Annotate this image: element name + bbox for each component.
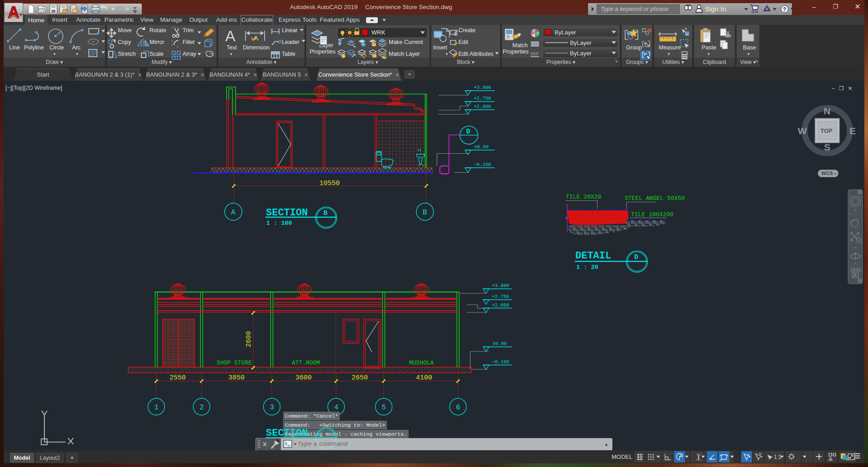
svg-text:?: ?: [783, 6, 786, 13]
svg-text:5: 5: [382, 404, 386, 412]
svg-text:D: D: [466, 128, 470, 136]
svg-text:Sign In: Sign In: [705, 5, 726, 13]
svg-text:±0.00: ±0.00: [474, 144, 489, 150]
svg-text:MUSHOLA: MUSHOLA: [409, 360, 434, 366]
svg-text:4: 4: [334, 404, 339, 412]
svg-text:W: W: [798, 126, 807, 136]
svg-text:1 : 100: 1 : 100: [266, 220, 292, 227]
svg-text:DETAIL: DETAIL: [575, 250, 611, 262]
svg-text:E: E: [849, 126, 856, 136]
svg-text:2550: 2550: [169, 374, 186, 382]
svg-text:+3.800: +3.800: [474, 85, 491, 90]
svg-text:A: A: [231, 209, 236, 217]
svg-text:ByLayer: ByLayer: [570, 39, 592, 46]
svg-text:2: 2: [200, 404, 204, 412]
svg-text:+2.750: +2.750: [492, 294, 509, 299]
svg-text:N: N: [824, 106, 830, 116]
svg-text:TILE 20X20: TILE 20X20: [566, 194, 601, 200]
svg-text:6: 6: [456, 404, 461, 412]
svg-text:SHOP STORE: SHOP STORE: [217, 360, 252, 366]
svg-text:+2.750: +2.750: [474, 96, 491, 101]
svg-text:D: D: [634, 253, 638, 261]
svg-text:B: B: [423, 209, 427, 217]
svg-text:ByLayer: ByLayer: [570, 50, 592, 57]
svg-text:2600: 2600: [245, 331, 253, 347]
svg-text:A: A: [225, 27, 236, 44]
svg-text:1:1: 1:1: [774, 454, 781, 460]
svg-text:+2.600: +2.600: [474, 104, 491, 109]
svg-text:2650: 2650: [352, 374, 368, 382]
svg-text:−0.150: −0.150: [492, 359, 509, 365]
svg-text:3850: 3850: [228, 374, 245, 382]
svg-text:10550: 10550: [319, 180, 340, 187]
svg-text:TILE 100X200: TILE 100X200: [631, 211, 674, 218]
svg-text:TOP: TOP: [820, 127, 833, 134]
svg-text:STEEL ANGEL 50X50: STEEL ANGEL 50X50: [625, 195, 685, 202]
svg-text:WRK: WRK: [371, 29, 386, 36]
svg-text:3600: 3600: [295, 374, 312, 382]
svg-text:−0.150: −0.150: [474, 162, 491, 167]
svg-text:+2.600: +2.600: [492, 302, 509, 308]
svg-text:S: S: [824, 142, 830, 152]
svg-text:Type a keyword or phrase: Type a keyword or phrase: [601, 5, 668, 12]
svg-text:B: B: [323, 209, 328, 217]
svg-text:ByLayer: ByLayer: [555, 29, 576, 36]
svg-text:+3.800: +3.800: [492, 283, 509, 288]
svg-text:±0.00: ±0.00: [492, 341, 507, 346]
svg-text:1: 1: [154, 404, 159, 412]
svg-text:4100: 4100: [416, 374, 432, 382]
svg-text:1 : 20: 1 : 20: [576, 264, 598, 271]
svg-text:ATT.ROOM: ATT.ROOM: [292, 360, 320, 366]
svg-text:3: 3: [270, 404, 275, 412]
